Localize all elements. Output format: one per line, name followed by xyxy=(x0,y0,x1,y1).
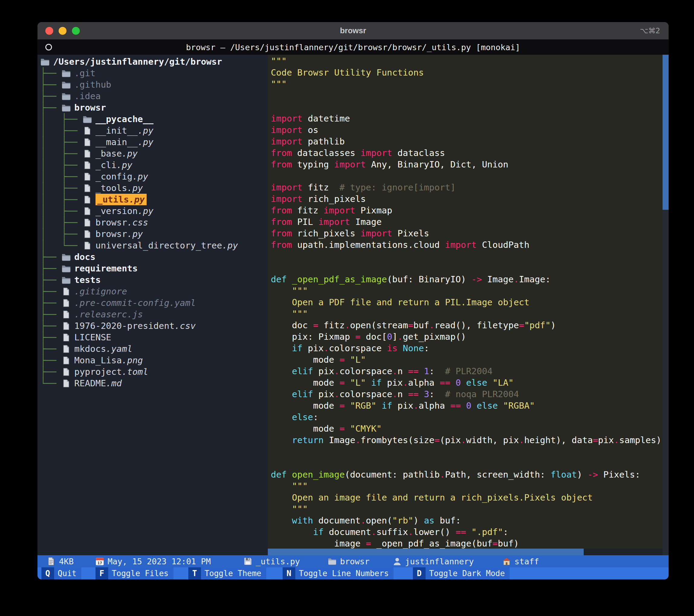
tree-item-label: 1976-2020-president.csv xyxy=(74,320,196,331)
code-line: """ xyxy=(271,503,661,515)
file-icon xyxy=(62,379,72,388)
tree-item-_version.py[interactable]: │ ├── _version.py xyxy=(40,205,268,217)
code-line: from upath.implementations.cloud import … xyxy=(271,239,661,251)
tree-item-1976-2020-president.csv[interactable]: ├── 1976-2020-president.csv xyxy=(40,320,268,331)
code-line: mode = "RGB" if pix.alpha == 0 else "RGB… xyxy=(271,400,661,411)
keybinding-label: Quit xyxy=(54,567,81,579)
svg-text:17: 17 xyxy=(97,561,102,565)
code-viewer-panel[interactable]: """Code Browsr Utility Functions""" impo… xyxy=(268,55,669,555)
keybinding-label: Toggle Files xyxy=(108,567,174,579)
keybinding-key: Q xyxy=(41,567,54,579)
file-icon xyxy=(62,333,72,342)
tree-item-browsr[interactable]: ├── browsr xyxy=(40,102,268,113)
code-line: image = _open_pdf_as_image(buf=buf) xyxy=(271,538,661,549)
tree-item-__init__.py[interactable]: │ ├── __init__.py xyxy=(40,125,268,136)
tree-item-.releaserc.js[interactable]: ├── .releaserc.js xyxy=(40,309,268,320)
keybinding-toggle-theme[interactable]: T Toggle Theme xyxy=(188,567,266,579)
tree-item-label: docs xyxy=(74,251,95,262)
tree-item-requirements[interactable]: ├── requirements xyxy=(40,262,268,274)
tree-item-label: _utils.py xyxy=(95,194,147,205)
tree-item-.pre-commit-config.yaml[interactable]: ├── .pre-commit-config.yaml xyxy=(40,297,268,309)
tree-item-label: pyproject.toml xyxy=(74,366,148,378)
file-icon xyxy=(62,287,72,296)
vertical-scrollbar-thumb[interactable] xyxy=(662,55,669,210)
window-shortcut-badge: ⌥⌘2 xyxy=(640,26,660,35)
tree-item-__pycache__[interactable]: │ ├── __pycache__ xyxy=(40,113,268,125)
tree-item-.git[interactable]: ├── .git xyxy=(40,67,268,79)
file-icon xyxy=(83,241,93,250)
file-tree-panel[interactable]: /Users/justinflannery/git/browsr ├── .gi… xyxy=(37,55,268,555)
folder-icon xyxy=(40,57,51,66)
file-icon xyxy=(83,195,93,204)
tree-item-label: browsr.py xyxy=(95,228,143,240)
code-line: return Image.frombytes(size=(pix.width, … xyxy=(271,434,661,446)
vertical-scrollbar[interactable] xyxy=(662,55,669,555)
code-line xyxy=(271,262,661,274)
tree-item-universal_directory_tree.py[interactable]: │ └── universal_directory_tree.py xyxy=(40,240,268,251)
code-line: if document.suffix.lower() == ".pdf": xyxy=(271,526,661,538)
status-owner-label: justinflannery xyxy=(405,557,474,566)
tree-item-_tools.py[interactable]: │ ├── _tools.py xyxy=(40,182,268,194)
tree-item-tests[interactable]: ├── tests xyxy=(40,274,268,286)
tree-item-pyproject.toml[interactable]: ├── pyproject.toml xyxy=(40,366,268,378)
person-icon xyxy=(393,557,401,565)
keybinding-quit[interactable]: Q Quit xyxy=(41,567,81,579)
keybinding-key: F xyxy=(95,567,108,579)
folder-icon xyxy=(62,80,72,89)
code-line: """ xyxy=(271,285,661,296)
tree-item-mkdocs.yaml[interactable]: ├── mkdocs.yaml xyxy=(40,343,268,355)
tree-item-__main__.py[interactable]: │ ├── __main__.py xyxy=(40,136,268,148)
tree-item-label: _version.py xyxy=(95,205,153,217)
folder-icon xyxy=(62,103,72,112)
tree-item-.idea[interactable]: ├── .idea xyxy=(40,90,268,102)
tree-item-browsr.css[interactable]: │ ├── browsr.css xyxy=(40,217,268,228)
horizontal-scrollbar-thumb[interactable] xyxy=(268,549,584,555)
tree-item-browsr.py[interactable]: │ ├── browsr.py xyxy=(40,228,268,240)
tree-root[interactable]: /Users/justinflannery/git/browsr xyxy=(40,56,268,67)
horizontal-scrollbar[interactable] xyxy=(268,549,662,555)
folder-icon xyxy=(83,114,93,124)
tree-item-README.md[interactable]: └── README.md xyxy=(40,378,268,389)
code-line xyxy=(271,457,661,469)
tree-item-label: __main__.py xyxy=(95,136,153,148)
tree-item-.github[interactable]: ├── .github xyxy=(40,79,268,90)
code-line: doc = fitz.open(stream=buf.read(), filet… xyxy=(271,320,661,331)
tree-item-Mona_Lisa.png[interactable]: ├── Mona_Lisa.png xyxy=(40,355,268,366)
keybinding-toggle-files[interactable]: F Toggle Files xyxy=(95,567,174,579)
tree-item-docs[interactable]: ├── docs xyxy=(40,251,268,262)
folder-icon xyxy=(62,69,72,78)
tree-item-label: tests xyxy=(74,274,101,286)
code-line: """ xyxy=(271,78,661,90)
keybinding-key: N xyxy=(282,567,295,579)
file-icon xyxy=(62,310,72,319)
tree-item-_utils.py[interactable]: │ ├── _utils.py xyxy=(40,194,268,205)
keybinding-label: Toggle Theme xyxy=(201,567,266,579)
code-line: pix: Pixmap = doc[0].get_pixmap() xyxy=(271,331,661,342)
keybinding-label: Toggle Line Numbers xyxy=(295,567,394,579)
tree-item-label: .pre-commit-config.yaml xyxy=(74,297,196,309)
tree-item-label: _cli.py xyxy=(95,159,132,171)
tree-item-label: .releaserc.js xyxy=(74,309,143,320)
tree-item-LICENSE[interactable]: ├── LICENSE xyxy=(40,331,268,343)
tree-item-_cli.py[interactable]: │ ├── _cli.py xyxy=(40,159,268,171)
calendar-icon: 17 xyxy=(95,557,104,565)
code-line: """ xyxy=(271,55,661,67)
app-circle-icon[interactable] xyxy=(45,44,52,51)
file-icon xyxy=(83,149,93,158)
keybinding-toggle-line-numbers[interactable]: N Toggle Line Numbers xyxy=(282,567,394,579)
tree-item-_base.py[interactable]: │ ├── _base.py xyxy=(40,148,268,159)
code-line: with document.open("rb") as buf: xyxy=(271,515,661,526)
app-window: browsr ⌥⌘2 browsr — /Users/justinflanner… xyxy=(37,22,669,579)
tree-item-.gitignore[interactable]: ├── .gitignore xyxy=(40,286,268,297)
folder-icon xyxy=(62,275,72,285)
code-line: import fitz # type: ignore[import] xyxy=(271,182,661,193)
code-line: from PIL import Image xyxy=(271,216,661,228)
main-content: /Users/justinflannery/git/browsr ├── .gi… xyxy=(37,55,669,555)
document-icon xyxy=(47,557,55,565)
code-line: Code Browsr Utility Functions xyxy=(271,67,661,78)
file-icon xyxy=(83,183,93,193)
keybinding-key: T xyxy=(188,567,201,579)
keybinding-toggle-dark-mode[interactable]: D Toggle Dark Mode xyxy=(413,567,510,579)
tree-item-_config.py[interactable]: │ ├── _config.py xyxy=(40,171,268,182)
file-icon xyxy=(62,321,72,330)
